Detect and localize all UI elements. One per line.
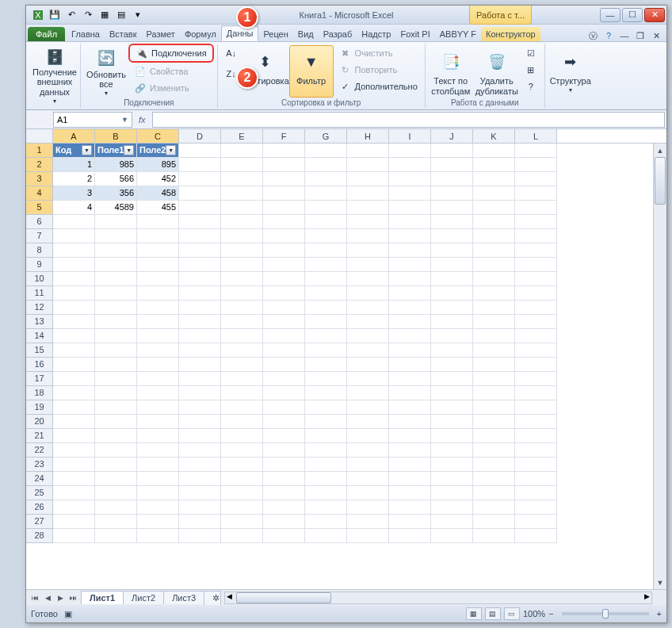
cell[interactable] <box>347 229 389 243</box>
first-sheet-icon[interactable]: ⏮ <box>29 592 40 603</box>
cell[interactable] <box>179 301 221 315</box>
filter-button[interactable]: ▼ Фильтр <box>289 45 334 98</box>
remove-duplicates-button[interactable]: 🗑️ Удалить дубликаты <box>475 45 519 98</box>
cell[interactable] <box>179 429 221 443</box>
cell[interactable] <box>263 172 305 186</box>
cell[interactable] <box>389 500 431 515</box>
cell[interactable] <box>473 429 515 443</box>
cell[interactable] <box>263 329 305 343</box>
cell[interactable] <box>263 472 305 486</box>
cell[interactable] <box>179 315 221 329</box>
cell[interactable] <box>389 201 431 215</box>
cell[interactable] <box>179 529 221 543</box>
cell[interactable] <box>137 386 179 400</box>
cell[interactable] <box>179 186 221 201</box>
col-header[interactable]: K <box>473 129 515 143</box>
cell[interactable] <box>137 529 179 543</box>
cell[interactable] <box>431 358 473 372</box>
cell[interactable] <box>263 301 305 315</box>
zoom-level[interactable]: 100% <box>523 609 545 618</box>
cell[interactable] <box>389 172 431 186</box>
cell[interactable] <box>347 386 389 400</box>
prev-sheet-icon[interactable]: ◀ <box>42 592 53 603</box>
cell[interactable] <box>473 158 515 172</box>
cell[interactable] <box>179 386 221 400</box>
col-header[interactable]: G <box>305 129 347 143</box>
window-min-icon[interactable]: — <box>619 30 630 41</box>
properties-button[interactable]: 📄 Свойства <box>130 63 214 79</box>
cell[interactable] <box>263 458 305 472</box>
col-header[interactable]: L <box>515 129 557 143</box>
new-sheet-button[interactable]: ✲ <box>204 591 221 605</box>
consolidate-button[interactable]: ⊞ <box>521 62 541 78</box>
tab-review[interactable]: Рецен <box>258 27 292 41</box>
cell[interactable] <box>53 429 95 443</box>
row-header[interactable]: 8 <box>26 243 53 258</box>
tab-design[interactable]: Конструктор <box>481 27 540 41</box>
cells-area[interactable]: 1Код▼Поле1▼Поле2▼21985895325664524335645… <box>26 144 666 589</box>
cell[interactable] <box>431 329 473 343</box>
cell[interactable] <box>179 358 221 372</box>
cell[interactable] <box>95 372 137 386</box>
cell[interactable] <box>473 215 515 229</box>
tab-insert[interactable]: Вставк <box>105 27 142 41</box>
cell[interactable] <box>221 301 263 315</box>
cell[interactable] <box>221 386 263 400</box>
cell[interactable] <box>389 472 431 486</box>
cell[interactable] <box>389 415 431 429</box>
cell[interactable] <box>515 443 557 458</box>
cell[interactable] <box>53 372 95 386</box>
cell[interactable] <box>221 486 263 500</box>
cell[interactable] <box>305 186 347 201</box>
cell[interactable] <box>137 358 179 372</box>
cell[interactable] <box>95 443 137 458</box>
cell[interactable] <box>221 372 263 386</box>
cell[interactable] <box>137 229 179 243</box>
qat-icon[interactable]: ▦ <box>97 8 112 22</box>
filter-dropdown-icon[interactable]: ▼ <box>82 145 92 155</box>
cell[interactable] <box>389 429 431 443</box>
cell[interactable] <box>53 486 95 500</box>
cell[interactable] <box>515 315 557 329</box>
vertical-scrollbar[interactable]: ▲ ▼ <box>653 144 666 589</box>
cell[interactable] <box>389 301 431 315</box>
cell[interactable] <box>263 158 305 172</box>
row-header[interactable]: 18 <box>26 386 53 400</box>
tab-addins[interactable]: Надстр <box>357 27 395 41</box>
cell[interactable] <box>389 515 431 529</box>
cell[interactable] <box>389 243 431 258</box>
cell[interactable] <box>389 186 431 201</box>
scroll-down-icon[interactable]: ▼ <box>654 576 666 589</box>
cell[interactable] <box>473 372 515 386</box>
cell[interactable] <box>263 186 305 201</box>
cell[interactable] <box>179 286 221 301</box>
cell[interactable] <box>263 415 305 429</box>
qat-icon[interactable]: ▤ <box>114 8 128 22</box>
cell[interactable] <box>221 158 263 172</box>
col-header[interactable]: H <box>347 129 389 143</box>
cell[interactable] <box>95 315 137 329</box>
cell[interactable] <box>53 472 95 486</box>
cell[interactable] <box>137 215 179 229</box>
cell[interactable] <box>515 358 557 372</box>
row-header[interactable]: 24 <box>26 472 53 486</box>
cell[interactable] <box>95 243 137 258</box>
cell[interactable] <box>221 272 263 286</box>
cell[interactable]: 895 <box>137 158 179 172</box>
cell[interactable] <box>389 272 431 286</box>
cell[interactable] <box>389 144 431 158</box>
cell[interactable] <box>515 529 557 543</box>
filter-dropdown-icon[interactable]: ▼ <box>124 145 134 155</box>
cell[interactable] <box>221 358 263 372</box>
cell[interactable] <box>263 201 305 215</box>
undo-icon[interactable]: ↶ <box>64 8 78 22</box>
cell[interactable] <box>95 215 137 229</box>
cell[interactable] <box>53 258 95 272</box>
row-header[interactable]: 17 <box>26 372 53 386</box>
cell[interactable] <box>53 415 95 429</box>
cell[interactable] <box>179 329 221 343</box>
cell[interactable]: Поле2▼ <box>137 144 179 158</box>
cell[interactable] <box>221 443 263 458</box>
cell[interactable] <box>473 329 515 343</box>
cell[interactable] <box>263 215 305 229</box>
